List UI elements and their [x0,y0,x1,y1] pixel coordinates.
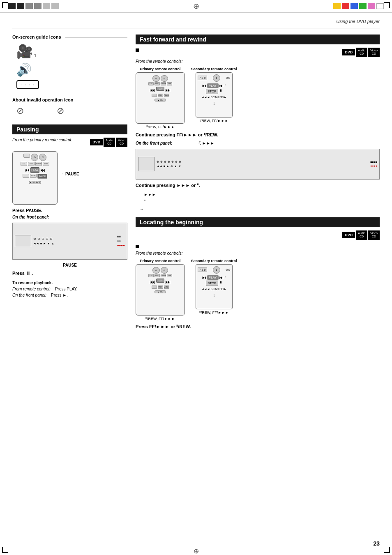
ff-from-label: From the remote controls: [136,59,380,64]
loc-prim-dial2: ⊙ [161,267,168,274]
audio-icon-row: 🔊 [16,62,127,77]
ff-panel-controls: ⊕ ⊕ ⊕ ⊕ ⊕ ⊕ ⊕ ◄◄ ■ ► [157,160,181,168]
loc-sec-play: PLAY [207,275,219,280]
pausing-badges: DVD AudioCD VideoCD [90,138,127,147]
loc-prim-tuner: TUNER [161,274,166,277]
panel-labels: ◄◄ ■ ► ▼ ▲ [33,242,54,245]
block3 [25,3,33,9]
prim-dial: ⊙ [152,75,160,82]
invalid-op-section: About invalid operation icon ⊘ ⊘ [12,97,127,116]
loc-from-label: From the remote controls: [136,251,380,256]
invalid-icon-right: ⊘ [57,106,64,116]
loc-prim-cd: CD [148,274,154,277]
r-btn-stop: STOP [30,174,37,178]
pausing-section: Pausing From the primary remote control:… [12,124,127,298]
top-decoration-bar: ⊕ [0,0,392,13]
ff-panel-btn-row1: ⊕ ⊕ ⊕ ⊕ ⊕ ⊕ ⊕ [157,160,181,164]
main-content: On-screen guide icons 🎥 1 🔊 · · · · Abou… [12,35,380,333]
invalid-op-title: About invalid operation icon [12,97,127,102]
prim-dtv: DTV [167,82,172,85]
pausing-remote-illustration: ⊙ ⊙ CD DVD TUNER DTV ⏮ PLAY [12,151,58,205]
ff-on-front-panel: On the front panel: ᑊᑊ, ►►► [136,141,380,145]
loc-secondary-label: Secondary remote control [191,259,237,263]
locating-badges: DVD AudioCD VideoCD [342,230,380,240]
prim-tuner: TUNER [161,82,166,85]
loc-prim-bottom: ▲ SEL [154,290,166,293]
ff-rew-label1: ᑊ/REW, FF/►►► [146,125,175,129]
block2 [17,3,24,9]
ff-panel-display [138,157,154,171]
loc-secondary-remote: 7 8 9 1 ⊙⊙ ⏮ PLAY ⏭ ↑ [196,264,233,309]
page-number: 23 [373,540,380,547]
loc-prim-dvd: DVD [154,274,160,277]
color-pink [368,3,375,9]
continue-press-ff: Continue pressing FF/►►► or ᑊᑊ/REW. [136,132,380,138]
r-play-btn: PLAY [30,167,39,173]
ff-symbol: ►►► [144,191,380,198]
r-btn-dtv: DTV [43,162,49,166]
panel-btn3: ⊕ [42,237,44,241]
loc-sec-ff: ⏭ [219,275,224,280]
loc-sec-right: ⊙⊙ [226,268,231,272]
left-column: On-screen guide icons 🎥 1 🔊 · · · · Abou… [12,35,127,333]
ff-primary-remote: ⊙ ⊙ CD DVD TUNER DTV ⏮ [136,72,185,124]
subtitle-icon-row: · · · · [16,80,127,89]
press-ff-rew: Press FF/►►► or ᑊᑊ/REW. [136,324,380,329]
panel-btn2: ⊕ [37,237,40,241]
camera-icon-sub: 1 [34,53,37,58]
loc-prim-play: PLAY [156,279,164,283]
prim-bottom: ▲ SEL [154,99,166,101]
ff-bullet [136,48,139,53]
prim-ff: ⏭ [165,87,171,93]
bottom-center-mark: ⊕ [194,547,199,555]
loc-bullet [136,245,139,248]
prim-pause: PAUSE [164,94,169,97]
ff-badge-video: VideoCD [368,48,380,57]
ff-panel-right: ■■■■ ●●●● [370,161,377,167]
page-header: Using the DVD player [12,17,380,28]
top-center-mark: ⊕ [193,2,199,11]
camera-icon: 🎥 [16,44,33,59]
prim-cd: CD [148,82,154,85]
audio-icon: 🔊 [16,63,32,76]
loc-sec-arrow: ↓ [198,292,231,298]
ff-rew-label2: ᑊ/REW, FF/►►► [200,119,228,123]
panel-btn5: ⊕ [50,237,53,241]
ff-primary-remote-col: Primary remote control ⊙ ⊙ CD DVD [136,67,185,129]
pause-arrow-label: ← PAUSE [62,172,79,176]
r-dial2: ⊙ [39,154,46,161]
loc-prim-dtv: DTV [167,274,172,277]
guide-icons-section: On-screen guide icons 🎥 1 🔊 · · · · [12,35,127,89]
loc-badge-dvd: DVD [342,232,355,238]
front-panel-illustration: ⊕ ⊕ ⊕ ⊕ ⊕ ◄◄ ■ ► ▼ ▲ [12,223,127,260]
loc-primary-remote-col: Primary remote control ⊙ ⊙ CD DVD [136,259,185,321]
resume-remote: From remote control: Press PLAY. [12,286,127,292]
loc-prim-dial: ⊙ [152,267,160,274]
ff-badge-dvd: DVD [342,49,355,55]
ff-remotes-row: Primary remote control ⊙ ⊙ CD DVD [136,67,380,129]
r-bottom-btn: ▲ SELECT [29,181,41,184]
loc-sec-stop: STOP [206,281,218,286]
r-btn-dvd: DVD [28,162,35,166]
r-btn-pause: PAUSE [37,174,47,179]
color-green [359,3,367,9]
color-white [376,3,384,9]
loc-primary-remote: ⊙ ⊙ CD DVD TUNER DTV ⏮ [136,264,185,315]
r-rew-btn: ⏮ [25,167,30,173]
loc-badge-audio: AudioCD [356,230,367,240]
block6 [51,3,59,9]
panel-display [15,235,31,247]
ff-primary-label: Primary remote control [140,67,180,71]
prim-dial2: ⊙ [161,75,168,82]
ff-front-panel: ⊕ ⊕ ⊕ ⊕ ⊕ ⊕ ⊕ ◄◄ ■ ► [136,149,380,180]
sec-bottom-btns: ◄◄◄SCAN FF/► [198,96,231,99]
subtitle-icon: · · · · [16,80,39,89]
badge-dvd: DVD [90,139,103,145]
invalid-icon-row: ⊘ ⊘ [16,106,127,116]
page-content: Using the DVD player On-screen guide ico… [0,13,392,345]
loc-prim-menu: MENU [164,286,169,289]
r-ff-btn: ⏭ [40,167,45,173]
sec-skip: ↑ [224,83,226,88]
panel-right-controls: ■■ ●● ●●●● [117,235,125,247]
panel-btn4: ⊕ [46,237,48,241]
